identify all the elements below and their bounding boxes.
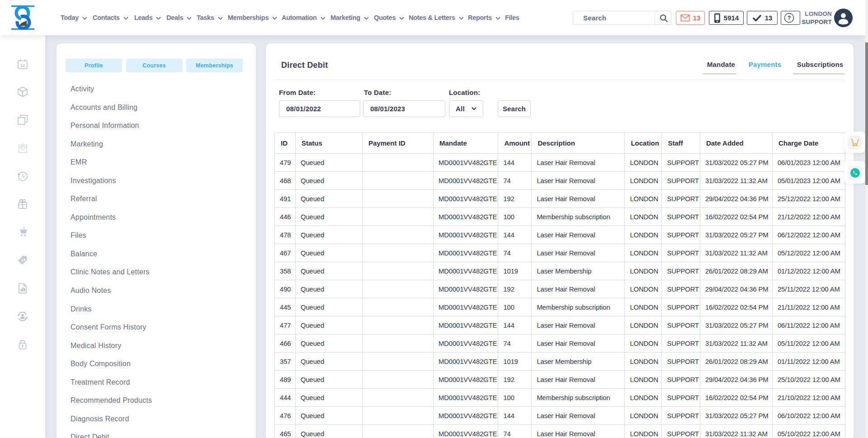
svg-text:$: $: [21, 258, 24, 263]
svg-text:?: ?: [787, 15, 791, 21]
svg-text:12: 12: [20, 63, 25, 68]
